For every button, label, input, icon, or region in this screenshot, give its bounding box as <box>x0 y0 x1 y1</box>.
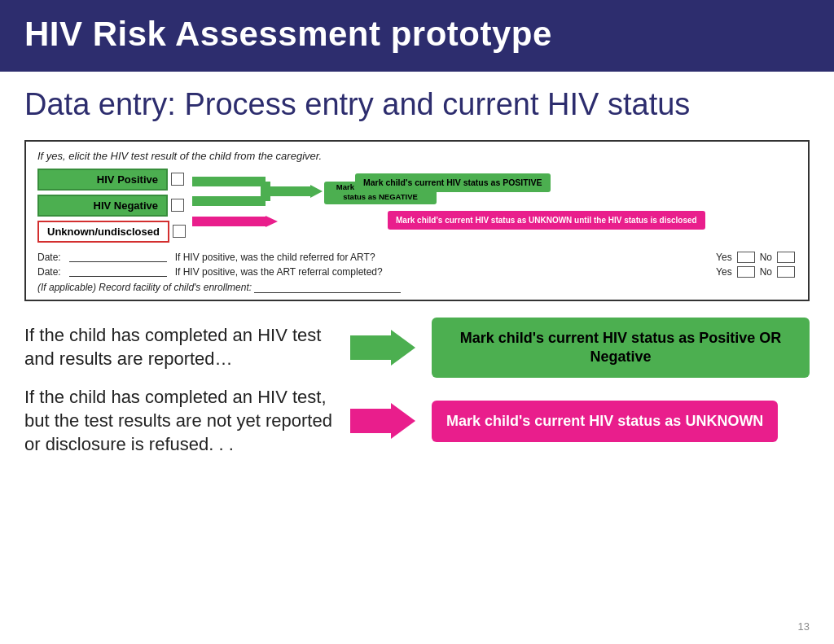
no-label-2: No <box>760 266 772 278</box>
form-box: If yes, elicit the HIV test result of th… <box>24 140 810 301</box>
yes-label-2: Yes <box>716 266 732 278</box>
hiv-negative-row: HIV Negative <box>37 195 186 217</box>
if-applicable: (If applicable) Record facility of child… <box>37 282 797 293</box>
date-line-1 <box>69 252 167 262</box>
exp-text-1: If the child has completed an HIV test a… <box>24 324 334 370</box>
facility-line <box>254 283 401 293</box>
date-label-1: Date: <box>37 252 61 263</box>
exp-text-2: If the child has completed an HIV test, … <box>24 386 334 456</box>
positive-status-label: Mark child's current HIV status as POSIT… <box>355 173 551 193</box>
exp-label-pink-1: Mark child's current HIV status as UNKNO… <box>432 401 778 442</box>
hiv-unknown-checkbox[interactable] <box>173 225 186 238</box>
svg-marker-4 <box>310 185 323 198</box>
hiv-unknown-row: Unknown/undisclosed <box>37 221 186 243</box>
right-labels: Mark child's current HIV status as POSIT… <box>355 173 551 193</box>
svg-marker-12 <box>266 216 278 227</box>
no-box-2[interactable] <box>777 266 795 278</box>
hiv-positive-label: HIV Positive <box>37 169 168 191</box>
exp-arrow-pink-1 <box>350 403 415 439</box>
subtitle-section: Data entry: Process entry and current HI… <box>0 72 834 132</box>
page-number: 13 <box>798 620 810 633</box>
svg-text:status as NEGATIVE: status as NEGATIVE <box>343 192 418 201</box>
hiv-positive-checkbox[interactable] <box>171 173 184 186</box>
art-question: If HIV positive, was the child referred … <box>175 252 375 263</box>
hiv-positive-row: HIV Positive <box>37 169 186 191</box>
exp-row-1: If the child has completed an HIV test a… <box>24 318 810 379</box>
pink-arrow-body-1 <box>350 409 391 433</box>
date-line-2 <box>69 267 167 277</box>
no-label-1: No <box>760 252 772 263</box>
explanation-section: If the child has completed an HIV test a… <box>0 309 834 457</box>
date-row-1: Date: If HIV positive, was the child ref… <box>37 252 797 263</box>
hiv-negative-label: HIV Negative <box>37 195 168 217</box>
hiv-negative-checkbox[interactable] <box>171 199 184 212</box>
date-row-2: Date: If HIV positive, was the ART refer… <box>37 266 797 278</box>
page-title: HIV Risk Assessment prototype <box>24 15 552 53</box>
hiv-unknown-label: Unknown/undisclosed <box>37 221 169 243</box>
exp-arrow-green-1 <box>350 330 415 366</box>
header: HIV Risk Assessment prototype <box>0 0 834 72</box>
art-completed-question: If HIV positive, was the ART referral co… <box>175 266 383 278</box>
exp-label-green-1: Mark child's current HIV status as Posit… <box>432 318 810 379</box>
yes-label-1: Yes <box>716 252 732 263</box>
pink-arrow-head-1 <box>391 403 415 439</box>
yes-box-2[interactable] <box>737 266 755 278</box>
yes-box-1[interactable] <box>737 252 755 263</box>
unknown-status-label: Mark child's current HIV status as UNKNO… <box>388 211 705 230</box>
subtitle-title: Data entry: Process entry and current HI… <box>24 86 810 124</box>
green-arrow-head-1 <box>391 330 415 366</box>
form-instruction: If yes, elicit the HIV test result of th… <box>37 150 797 162</box>
exp-row-2: If the child has completed an HIV test, … <box>24 386 810 456</box>
hiv-options-col: HIV Positive HIV Negative Unknown/undisc… <box>37 169 186 243</box>
date-rows: Date: If HIV positive, was the child ref… <box>37 252 797 293</box>
unknown-label-area: Mark child's current HIV status as UNKNO… <box>388 211 705 230</box>
date-label-2: Date: <box>37 266 61 278</box>
green-arrow-body-1 <box>350 335 391 360</box>
no-box-1[interactable] <box>777 252 795 263</box>
